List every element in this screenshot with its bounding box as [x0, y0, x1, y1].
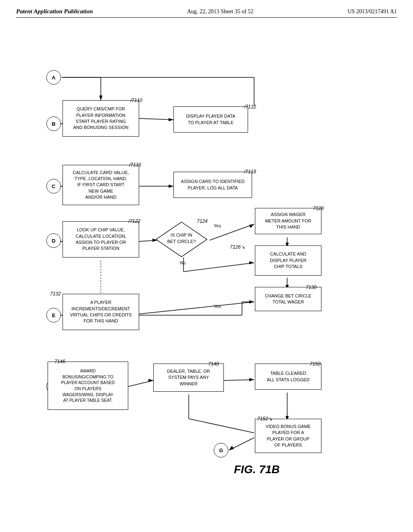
refnum-7132: 7132 — [50, 291, 61, 297]
svg-marker-6 — [169, 118, 173, 121]
refnum-7128: 7128 — [313, 206, 324, 211]
box-7150: TABLE CLEARED ALL STATS LOGGED — [255, 364, 321, 390]
svg-marker-33 — [249, 378, 254, 381]
refnum-7124: 7124 — [197, 218, 208, 224]
box-7110: QUERY CMS/CMP FOR PLAYER INFORMATION STA… — [63, 100, 139, 137]
page: Patent Application Publication Aug. 22, … — [0, 0, 413, 532]
label-no-1: No — [180, 260, 186, 265]
header-publication-label: Patent Application Publication — [16, 8, 93, 15]
svg-line-5 — [139, 118, 173, 120]
box-7128: ASSIGN WAGER METER AMOUNT FOR THIS HAND — [255, 208, 321, 234]
box-7118: ASSIGN CARD TO IDENTIFIED PLAYER, LOG AL… — [173, 172, 252, 198]
svg-line-36 — [229, 438, 254, 450]
box-7116: CALCULATE CARD VALUE, TYPE, LOCATION, HA… — [63, 165, 139, 205]
label-yes-2: Yes — [214, 304, 221, 309]
box-7146: AWARD BONUSING/COMPING TO PLAYER ACCOUNT… — [48, 362, 128, 410]
refnum-7126: 7126↘ — [230, 244, 245, 250]
svg-marker-2 — [99, 96, 102, 100]
circle-node-g: G — [214, 443, 228, 457]
svg-text:BET CIRCLE?: BET CIRCLE? — [167, 239, 196, 244]
svg-text:IS CHIP IN: IS CHIP IN — [171, 233, 192, 237]
svg-line-30 — [128, 380, 153, 387]
circle-node-a: A — [46, 70, 61, 85]
svg-marker-16 — [249, 224, 254, 228]
box-7152: VIDEO BONUS GAME PLAYED FOR A PLAYER OR … — [255, 419, 321, 453]
circle-node-e: E — [46, 308, 61, 322]
header-date-sheet: Aug. 22, 2013 Sheet 35 of 52 — [187, 8, 254, 15]
refnum-7146: 7146 — [54, 359, 65, 364]
box-7122: LOOK UP CHIP VALUE, CALCULATE LOCATION, … — [63, 221, 139, 258]
svg-line-13 — [139, 240, 157, 241]
svg-marker-10 — [169, 185, 173, 188]
diamond-7124: IS CHIP IN BET CIRCLE? — [155, 221, 208, 258]
refnum-7152: 7152↘ — [257, 416, 272, 422]
svg-marker-27 — [249, 300, 254, 303]
refnum-7130: 7130 — [306, 285, 317, 290]
refnum-7110: /7110 — [130, 98, 142, 103]
box-7112: DISPLAY PLAYER DATA TO PLAYER AT TABLE — [173, 106, 248, 133]
box-7132: A PLAYER INCREMENTS/DECREMENT VIRTUAL CH… — [63, 294, 139, 330]
box-7126-calc: CALCULATE AND DISPLAY PLAYER CHIP TOTALS — [255, 245, 321, 276]
figure-label: FIG. 71B — [234, 463, 280, 476]
refnum-7122: /7122 — [128, 218, 140, 224]
refnum-7112: /7112 — [244, 104, 256, 110]
box-7148: DEALER, TABLE, OR SYSTEM PAYS ANY WINNER — [153, 364, 224, 392]
refnum-7148: 7148 — [208, 361, 219, 367]
label-yes-1: Yes — [214, 223, 221, 228]
circle-node-d: D — [46, 233, 61, 248]
page-header: Patent Application Publication Aug. 22, … — [16, 8, 397, 18]
circle-node-c: C — [46, 179, 61, 193]
svg-marker-19 — [249, 261, 254, 264]
refnum-7150: 7150 — [310, 361, 321, 367]
svg-marker-37 — [229, 446, 234, 450]
svg-line-26 — [139, 302, 254, 314]
svg-line-18 — [184, 263, 254, 272]
box-7130: CHANGE BET CIRCLE TOTAL WAGER — [255, 287, 321, 311]
refnum-7116: /7116 — [129, 162, 141, 168]
circle-node-b: B — [46, 116, 61, 131]
refnum-7118: /7118 — [244, 169, 256, 175]
svg-line-45 — [189, 419, 254, 433]
header-patent-number: US 2013/0217491 A1 — [348, 8, 397, 15]
diagram-area: A B C D E F G QUERY CMS/CMP FOR PLAYER I… — [16, 22, 397, 489]
svg-line-32 — [224, 380, 254, 380]
svg-marker-31 — [148, 379, 153, 382]
